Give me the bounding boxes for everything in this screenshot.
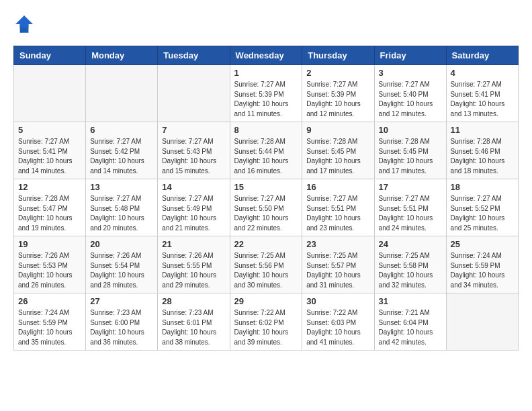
calendar-cell bbox=[446, 293, 518, 351]
day-number: 19 bbox=[18, 239, 81, 249]
day-info: Sunrise: 7:27 AM Sunset: 5:51 PM Dayligh… bbox=[379, 194, 442, 233]
day-number: 13 bbox=[90, 182, 153, 192]
calendar-cell: 2Sunrise: 7:27 AM Sunset: 5:39 PM Daylig… bbox=[302, 65, 374, 122]
day-number: 12 bbox=[18, 182, 81, 192]
day-number: 1 bbox=[234, 68, 298, 78]
calendar-header-row: SundayMondayTuesdayWednesdayThursdayFrid… bbox=[14, 46, 519, 65]
day-number: 7 bbox=[162, 125, 225, 135]
day-info: Sunrise: 7:28 AM Sunset: 5:45 PM Dayligh… bbox=[379, 137, 442, 176]
calendar-cell: 5Sunrise: 7:27 AM Sunset: 5:41 PM Daylig… bbox=[14, 122, 86, 179]
day-number: 23 bbox=[306, 239, 369, 249]
day-number: 17 bbox=[379, 182, 442, 192]
day-info: Sunrise: 7:27 AM Sunset: 5:40 PM Dayligh… bbox=[379, 80, 442, 119]
calendar-cell: 14Sunrise: 7:27 AM Sunset: 5:49 PM Dayli… bbox=[158, 179, 230, 236]
calendar-cell: 16Sunrise: 7:27 AM Sunset: 5:51 PM Dayli… bbox=[302, 179, 374, 236]
calendar-cell bbox=[158, 65, 230, 122]
day-info: Sunrise: 7:27 AM Sunset: 5:42 PM Dayligh… bbox=[90, 137, 153, 176]
calendar-table: SundayMondayTuesdayWednesdayThursdayFrid… bbox=[13, 46, 519, 351]
day-number: 11 bbox=[451, 125, 514, 135]
day-info: Sunrise: 7:25 AM Sunset: 5:57 PM Dayligh… bbox=[306, 251, 369, 290]
day-info: Sunrise: 7:27 AM Sunset: 5:39 PM Dayligh… bbox=[234, 80, 298, 119]
day-number: 3 bbox=[379, 68, 442, 78]
calendar-cell: 27Sunrise: 7:23 AM Sunset: 6:00 PM Dayli… bbox=[86, 293, 158, 351]
day-number: 18 bbox=[451, 182, 514, 192]
day-info: Sunrise: 7:28 AM Sunset: 5:44 PM Dayligh… bbox=[234, 137, 298, 176]
day-number: 20 bbox=[90, 239, 153, 249]
calendar-cell: 22Sunrise: 7:25 AM Sunset: 5:56 PM Dayli… bbox=[230, 236, 302, 293]
calendar-cell: 25Sunrise: 7:24 AM Sunset: 5:59 PM Dayli… bbox=[446, 236, 518, 293]
svg-marker-1 bbox=[15, 15, 33, 28]
calendar-cell: 23Sunrise: 7:25 AM Sunset: 5:57 PM Dayli… bbox=[302, 236, 374, 293]
calendar-cell: 4Sunrise: 7:27 AM Sunset: 5:41 PM Daylig… bbox=[446, 65, 518, 122]
day-number: 28 bbox=[162, 296, 225, 306]
day-info: Sunrise: 7:26 AM Sunset: 5:53 PM Dayligh… bbox=[18, 251, 81, 290]
day-info: Sunrise: 7:26 AM Sunset: 5:55 PM Dayligh… bbox=[162, 251, 225, 290]
calendar-cell bbox=[86, 65, 158, 122]
day-info: Sunrise: 7:28 AM Sunset: 5:45 PM Dayligh… bbox=[306, 137, 369, 176]
calendar-cell: 29Sunrise: 7:22 AM Sunset: 6:02 PM Dayli… bbox=[230, 293, 302, 351]
calendar-cell: 6Sunrise: 7:27 AM Sunset: 5:42 PM Daylig… bbox=[86, 122, 158, 179]
day-info: Sunrise: 7:23 AM Sunset: 6:01 PM Dayligh… bbox=[162, 308, 225, 347]
calendar-cell: 13Sunrise: 7:27 AM Sunset: 5:48 PM Dayli… bbox=[86, 179, 158, 236]
day-info: Sunrise: 7:27 AM Sunset: 5:41 PM Dayligh… bbox=[451, 80, 514, 119]
day-info: Sunrise: 7:27 AM Sunset: 5:43 PM Dayligh… bbox=[162, 137, 225, 176]
calendar-cell: 26Sunrise: 7:24 AM Sunset: 5:59 PM Dayli… bbox=[14, 293, 86, 351]
day-info: Sunrise: 7:22 AM Sunset: 6:03 PM Dayligh… bbox=[306, 308, 369, 347]
calendar-cell: 1Sunrise: 7:27 AM Sunset: 5:39 PM Daylig… bbox=[230, 65, 302, 122]
day-number: 10 bbox=[379, 125, 442, 135]
day-number: 21 bbox=[162, 239, 225, 249]
calendar-cell: 18Sunrise: 7:27 AM Sunset: 5:52 PM Dayli… bbox=[446, 179, 518, 236]
day-header-thursday: Thursday bbox=[302, 46, 374, 65]
day-number: 29 bbox=[234, 296, 298, 306]
calendar-week-row: 1Sunrise: 7:27 AM Sunset: 5:39 PM Daylig… bbox=[14, 65, 519, 122]
calendar-cell: 12Sunrise: 7:28 AM Sunset: 5:47 PM Dayli… bbox=[14, 179, 86, 236]
day-info: Sunrise: 7:28 AM Sunset: 5:47 PM Dayligh… bbox=[18, 194, 81, 233]
calendar-cell bbox=[14, 65, 86, 122]
day-number: 8 bbox=[234, 125, 298, 135]
calendar-cell: 30Sunrise: 7:22 AM Sunset: 6:03 PM Dayli… bbox=[302, 293, 374, 351]
day-header-tuesday: Tuesday bbox=[158, 46, 230, 65]
day-info: Sunrise: 7:28 AM Sunset: 5:46 PM Dayligh… bbox=[451, 137, 514, 176]
calendar-cell: 24Sunrise: 7:25 AM Sunset: 5:58 PM Dayli… bbox=[374, 236, 446, 293]
day-header-saturday: Saturday bbox=[446, 46, 518, 65]
calendar-cell: 20Sunrise: 7:26 AM Sunset: 5:54 PM Dayli… bbox=[86, 236, 158, 293]
day-info: Sunrise: 7:24 AM Sunset: 5:59 PM Dayligh… bbox=[451, 251, 514, 290]
calendar-week-row: 26Sunrise: 7:24 AM Sunset: 5:59 PM Dayli… bbox=[14, 293, 519, 351]
day-header-wednesday: Wednesday bbox=[230, 46, 302, 65]
day-info: Sunrise: 7:27 AM Sunset: 5:48 PM Dayligh… bbox=[90, 194, 153, 233]
day-info: Sunrise: 7:25 AM Sunset: 5:58 PM Dayligh… bbox=[379, 251, 442, 290]
day-number: 16 bbox=[306, 182, 369, 192]
day-info: Sunrise: 7:27 AM Sunset: 5:50 PM Dayligh… bbox=[234, 194, 298, 233]
page-header bbox=[13, 13, 519, 35]
day-number: 14 bbox=[162, 182, 225, 192]
day-header-sunday: Sunday bbox=[14, 46, 86, 65]
calendar-cell: 11Sunrise: 7:28 AM Sunset: 5:46 PM Dayli… bbox=[446, 122, 518, 179]
calendar-cell: 9Sunrise: 7:28 AM Sunset: 5:45 PM Daylig… bbox=[302, 122, 374, 179]
day-number: 2 bbox=[306, 68, 369, 78]
day-number: 4 bbox=[451, 68, 514, 78]
day-info: Sunrise: 7:21 AM Sunset: 6:04 PM Dayligh… bbox=[379, 308, 442, 347]
day-number: 25 bbox=[451, 239, 514, 249]
calendar-cell: 19Sunrise: 7:26 AM Sunset: 5:53 PM Dayli… bbox=[14, 236, 86, 293]
day-info: Sunrise: 7:27 AM Sunset: 5:51 PM Dayligh… bbox=[306, 194, 369, 233]
day-info: Sunrise: 7:26 AM Sunset: 5:54 PM Dayligh… bbox=[90, 251, 153, 290]
calendar-cell: 8Sunrise: 7:28 AM Sunset: 5:44 PM Daylig… bbox=[230, 122, 302, 179]
day-info: Sunrise: 7:25 AM Sunset: 5:56 PM Dayligh… bbox=[234, 251, 298, 290]
calendar-cell: 28Sunrise: 7:23 AM Sunset: 6:01 PM Dayli… bbox=[158, 293, 230, 351]
day-header-monday: Monday bbox=[86, 46, 158, 65]
day-number: 30 bbox=[306, 296, 369, 306]
calendar-week-row: 19Sunrise: 7:26 AM Sunset: 5:53 PM Dayli… bbox=[14, 236, 519, 293]
calendar-cell: 17Sunrise: 7:27 AM Sunset: 5:51 PM Dayli… bbox=[374, 179, 446, 236]
logo bbox=[13, 13, 38, 35]
calendar-cell: 3Sunrise: 7:27 AM Sunset: 5:40 PM Daylig… bbox=[374, 65, 446, 122]
day-number: 5 bbox=[18, 125, 81, 135]
day-number: 26 bbox=[18, 296, 81, 306]
calendar-cell: 15Sunrise: 7:27 AM Sunset: 5:50 PM Dayli… bbox=[230, 179, 302, 236]
calendar-cell: 10Sunrise: 7:28 AM Sunset: 5:45 PM Dayli… bbox=[374, 122, 446, 179]
day-info: Sunrise: 7:22 AM Sunset: 6:02 PM Dayligh… bbox=[234, 308, 298, 347]
day-number: 6 bbox=[90, 125, 153, 135]
day-number: 24 bbox=[379, 239, 442, 249]
calendar-week-row: 12Sunrise: 7:28 AM Sunset: 5:47 PM Dayli… bbox=[14, 179, 519, 236]
day-number: 9 bbox=[306, 125, 369, 135]
calendar-cell: 21Sunrise: 7:26 AM Sunset: 5:55 PM Dayli… bbox=[158, 236, 230, 293]
